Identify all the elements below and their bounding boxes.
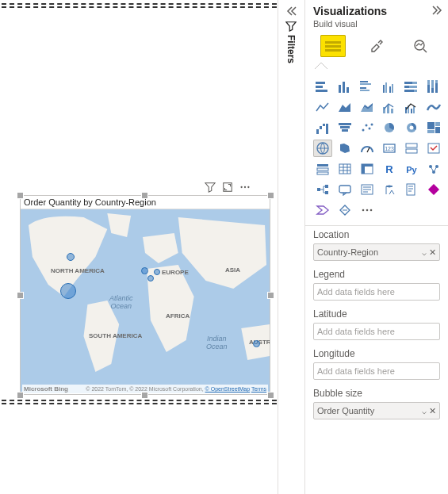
svg-rect-21 <box>392 84 393 93</box>
more-options-icon[interactable] <box>239 182 251 193</box>
stacked-bar-chart-icon[interactable] <box>313 78 332 95</box>
pie-chart-icon[interactable] <box>380 119 399 136</box>
azure-map-icon[interactable] <box>335 201 354 219</box>
gauge-icon[interactable] <box>358 140 377 157</box>
svg-point-3 <box>247 186 249 188</box>
well-bubble-size: Bubble size Order Quantity ⌵ ✕ <box>313 388 440 419</box>
hundred-stacked-bar-icon[interactable] <box>402 78 421 95</box>
hundred-stacked-column-icon[interactable] <box>424 78 443 95</box>
key-influencers-icon[interactable] <box>424 160 443 178</box>
svg-rect-43 <box>323 124 325 126</box>
map-visual[interactable]: Order Quantity by Country-Region NORTH A… <box>20 195 270 395</box>
chevron-down-icon[interactable]: ⌵ <box>422 248 427 257</box>
collapse-pane-button[interactable] <box>281 3 301 19</box>
goals-icon[interactable] <box>380 181 399 198</box>
paginated-report-icon[interactable] <box>402 181 421 198</box>
resize-handle[interactable] <box>17 292 24 299</box>
canvas-boundary-top <box>2 3 277 8</box>
svg-rect-47 <box>342 129 348 132</box>
well-field[interactable]: Country-Region ⌵ ✕ <box>313 243 440 261</box>
filters-icon <box>285 21 297 32</box>
map-body[interactable]: NORTH AMERICA SOUTH AMERICA EUROPE AFRIC… <box>21 209 270 393</box>
svg-rect-57 <box>435 127 440 133</box>
credits-osm-link[interactable]: © OpenStreetMap <box>205 386 251 392</box>
clustered-column-chart-icon[interactable] <box>380 78 399 95</box>
svg-point-84 <box>366 209 369 212</box>
filters-label: Filters <box>285 35 297 63</box>
filters-pane-collapsed[interactable]: Filters <box>281 21 301 63</box>
resize-handle[interactable] <box>17 392 24 399</box>
svg-point-2 <box>244 186 246 188</box>
resize-handle[interactable] <box>17 192 24 199</box>
treemap-icon[interactable] <box>424 119 443 136</box>
well-field[interactable]: Order Quantity ⌵ ✕ <box>313 402 440 419</box>
area-chart-icon[interactable] <box>335 98 354 116</box>
waterfall-chart-icon[interactable] <box>313 119 332 136</box>
svg-point-54 <box>410 126 414 130</box>
kpi-icon[interactable] <box>424 140 443 157</box>
get-more-visuals-icon[interactable] <box>358 201 377 219</box>
map-icon[interactable] <box>313 140 332 157</box>
credits-terms-link[interactable]: Terms <box>251 386 266 392</box>
svg-rect-37 <box>405 107 407 113</box>
multi-row-card-icon[interactable] <box>402 140 421 157</box>
tab-format-visual[interactable] <box>364 35 389 57</box>
decomposition-tree-icon[interactable] <box>313 181 332 198</box>
map-bubble[interactable] <box>147 275 154 281</box>
stacked-area-chart-icon[interactable] <box>358 98 377 116</box>
tab-build-visual[interactable] <box>320 35 346 57</box>
resize-handle[interactable] <box>267 292 274 299</box>
resize-handle[interactable] <box>141 192 148 199</box>
resize-handle[interactable] <box>267 392 274 399</box>
expand-pane-button[interactable] <box>432 6 443 17</box>
remove-field-button[interactable]: ✕ <box>429 406 436 416</box>
stacked-column-chart-icon[interactable] <box>335 78 354 95</box>
svg-rect-44 <box>326 124 328 134</box>
donut-chart-icon[interactable] <box>402 119 421 136</box>
qa-visual-icon[interactable] <box>335 181 354 198</box>
svg-text:Py: Py <box>406 165 417 174</box>
map-bubble[interactable] <box>141 267 148 274</box>
clustered-bar-chart-icon[interactable] <box>358 78 377 95</box>
matrix-icon[interactable] <box>358 160 377 178</box>
remove-field-button[interactable]: ✕ <box>429 247 436 258</box>
line-stacked-column-icon[interactable] <box>380 98 399 116</box>
smart-narrative-icon[interactable] <box>358 181 377 198</box>
svg-rect-55 <box>427 122 435 129</box>
table-icon[interactable] <box>335 160 354 178</box>
resize-handle[interactable] <box>267 192 274 199</box>
python-visual-icon[interactable]: Py <box>402 160 421 178</box>
slicer-icon[interactable] <box>313 160 332 178</box>
well-dropzone[interactable]: Add data fields here <box>313 362 440 380</box>
map-bubble[interactable] <box>154 269 160 275</box>
filter-icon[interactable] <box>205 182 216 193</box>
tab-analytics[interactable] <box>408 35 433 57</box>
well-dropzone[interactable]: Add data fields here <box>313 323 440 340</box>
label-south-america: SOUTH AMERICA <box>89 332 142 339</box>
svg-rect-8 <box>316 82 325 84</box>
scatter-chart-icon[interactable] <box>358 119 377 136</box>
resize-handle[interactable] <box>141 392 148 399</box>
well-dropzone[interactable]: Add data fields here <box>313 283 440 301</box>
r-visual-icon[interactable]: R <box>380 160 399 178</box>
svg-rect-18 <box>383 85 385 93</box>
line-clustered-column-icon[interactable] <box>402 98 421 116</box>
power-automate-icon[interactable] <box>313 201 332 219</box>
visualizations-title: Visualizations <box>313 5 387 17</box>
filled-map-icon[interactable] <box>335 140 354 157</box>
ribbon-chart-icon[interactable] <box>424 98 443 116</box>
svg-rect-66 <box>317 168 328 170</box>
visual-gallery: 123 R Py <box>305 73 448 226</box>
card-icon[interactable]: 123 <box>380 140 399 157</box>
svg-rect-31 <box>431 80 434 88</box>
funnel-chart-icon[interactable] <box>335 119 354 136</box>
map-bubble[interactable] <box>67 253 75 261</box>
power-apps-icon[interactable] <box>424 181 443 198</box>
line-chart-icon[interactable] <box>313 98 332 116</box>
report-canvas: Order Quantity by Country-Region NORTH A… <box>0 0 281 494</box>
chevron-down-icon[interactable]: ⌵ <box>422 407 427 415</box>
well-latitude: Latitude Add data fields here <box>313 308 440 340</box>
map-bubble[interactable] <box>60 283 76 299</box>
focus-mode-icon[interactable] <box>222 182 233 193</box>
map-bubble[interactable] <box>253 340 260 347</box>
